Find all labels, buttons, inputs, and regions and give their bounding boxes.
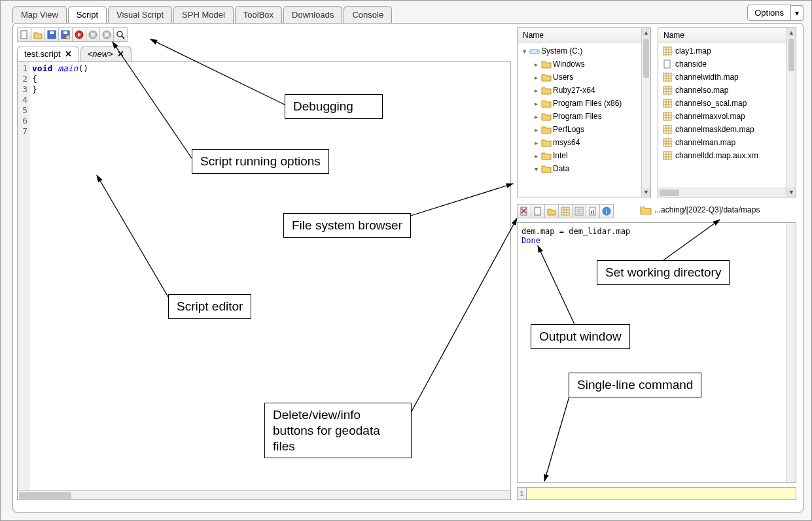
tree-vscrollbar[interactable]: ▲▼: [641, 28, 650, 197]
editor-tab[interactable]: <new>✕: [80, 46, 132, 61]
svg-rect-0: [21, 31, 27, 39]
tree-node[interactable]: ▾System (C:): [518, 44, 641, 58]
svg-line-12: [122, 36, 124, 39]
report-button[interactable]: [586, 204, 600, 218]
file-item[interactable]: channelwidth.map: [658, 71, 786, 84]
svg-rect-21: [663, 73, 671, 81]
expander-icon[interactable]: ▸: [532, 139, 540, 146]
svg-rect-67: [590, 207, 595, 215]
output-vscrollbar[interactable]: [786, 223, 796, 482]
file-item[interactable]: clay1.map: [658, 44, 786, 58]
tree-label: Windows: [553, 59, 585, 69]
attrs-button[interactable]: [572, 204, 586, 218]
run-button[interactable]: [72, 27, 86, 42]
working-directory[interactable]: ...aching/[2022-Q3]/data/maps: [640, 204, 760, 216]
expander-icon[interactable]: ▾: [532, 165, 540, 173]
file-icon: [662, 59, 673, 69]
file-item[interactable]: channelso.map: [658, 84, 786, 97]
saveas-button[interactable]: [58, 27, 73, 42]
tree-node[interactable]: ▸Program Files (x86): [518, 97, 641, 110]
map-file-icon: [662, 111, 673, 122]
expander-icon[interactable]: ▸: [532, 152, 540, 160]
tree-node[interactable]: ▾Data: [518, 162, 641, 175]
tab-console[interactable]: Console: [344, 6, 392, 23]
file-item[interactable]: channelmaskdem.map: [658, 123, 786, 136]
tree-header[interactable]: Name ▾: [518, 28, 650, 42]
list-hscrollbar[interactable]: [658, 188, 786, 197]
tree-header-label: Name: [518, 31, 640, 40]
options-menu[interactable]: Options ▾: [747, 5, 803, 21]
tree-node[interactable]: ▸Users: [518, 71, 641, 84]
tree-node[interactable]: ▸Intel: [518, 149, 641, 162]
editor-tab[interactable]: test.script✕: [17, 46, 79, 61]
tab-toolbox[interactable]: ToolBox: [235, 6, 282, 23]
tab-script[interactable]: Script: [68, 6, 107, 23]
svg-rect-31: [663, 99, 671, 107]
tree-node[interactable]: ▸Program Files: [518, 110, 641, 123]
tree-node[interactable]: ▸Ruby27-x64: [518, 84, 641, 97]
open-button[interactable]: [31, 27, 45, 42]
file-item[interactable]: chanside: [658, 58, 786, 71]
svg-text:i: i: [606, 208, 608, 215]
tab-sph-model[interactable]: SPH Model: [173, 6, 234, 23]
svg-rect-8: [92, 33, 93, 37]
command-input[interactable]: [526, 487, 796, 500]
close-icon[interactable]: ✕: [117, 49, 124, 59]
annot-editor: Script editor: [168, 294, 251, 319]
svg-rect-36: [663, 112, 671, 120]
annot-running: Script running options: [192, 149, 329, 174]
svg-rect-41: [663, 126, 671, 133]
new-button[interactable]: [531, 204, 545, 218]
tree-label: System (C:): [541, 46, 582, 56]
pause-button[interactable]: [86, 27, 100, 42]
editor-tab-label: <new>: [88, 49, 113, 59]
list-body[interactable]: clay1.mapchansidechannelwidth.mapchannel…: [658, 42, 786, 188]
command-line: 1: [517, 487, 796, 500]
expander-icon[interactable]: ▾: [520, 48, 528, 55]
table-button[interactable]: [558, 204, 573, 218]
svg-point-7: [89, 31, 97, 39]
tab-map-view[interactable]: Map View: [12, 6, 67, 23]
filesystem-tree-panel: Name ▾ ▾System (C:)▸Windows▸Users▸Ruby27…: [517, 27, 651, 197]
tree-node[interactable]: ▸msys64: [518, 136, 641, 149]
info-button[interactable]: i: [599, 204, 614, 218]
expander-icon[interactable]: ▸: [532, 87, 540, 94]
map-file-icon: [662, 137, 673, 148]
file-item[interactable]: channelmaxvol.map: [658, 110, 786, 123]
tree-node[interactable]: ▸Windows: [518, 58, 641, 71]
tab-downloads[interactable]: Downloads: [283, 6, 342, 23]
map-file-icon: [662, 124, 673, 135]
svg-rect-46: [663, 139, 671, 146]
tree-body[interactable]: ▾System (C:)▸Windows▸Users▸Ruby27-x64▸Pr…: [518, 42, 641, 197]
main-tabbar: Map ViewScriptVisual ScriptSPH ModelTool…: [12, 5, 393, 23]
drive-icon: [529, 46, 540, 56]
file-label: channelldd.map.aux.xm: [675, 151, 758, 160]
stop-button[interactable]: [99, 27, 114, 42]
svg-rect-15: [663, 47, 671, 55]
expander-icon[interactable]: ▸: [532, 74, 540, 81]
annot-cmd: Single-line command: [569, 373, 701, 397]
file-item[interactable]: channelman.map: [658, 136, 786, 149]
open-button[interactable]: [544, 204, 559, 218]
file-item[interactable]: channelso_scal.map: [658, 97, 786, 110]
svg-rect-69: [593, 210, 594, 214]
save-button[interactable]: [44, 27, 59, 42]
list-vscrollbar[interactable]: ▲▼: [786, 28, 796, 197]
expander-icon[interactable]: ▸: [532, 113, 540, 120]
map-file-icon: [662, 150, 673, 161]
expander-icon[interactable]: ▸: [532, 126, 540, 133]
svg-rect-9: [94, 33, 95, 37]
file-item[interactable]: channelldd.map.aux.xm: [658, 149, 786, 162]
new-button[interactable]: [17, 27, 31, 42]
expander-icon[interactable]: ▸: [532, 100, 540, 107]
annot-debugging: Debugging: [285, 94, 383, 119]
editor-hscrollbar[interactable]: [18, 490, 510, 499]
delete-button[interactable]: [517, 204, 531, 218]
close-icon[interactable]: ✕: [65, 49, 72, 59]
list-header[interactable]: Name: [658, 28, 796, 42]
expander-icon[interactable]: ▸: [532, 61, 540, 68]
debug-button[interactable]: [113, 27, 128, 42]
svg-rect-57: [535, 207, 540, 215]
tab-visual-script[interactable]: Visual Script: [108, 6, 172, 23]
tree-node[interactable]: ▸PerfLogs: [518, 123, 641, 136]
